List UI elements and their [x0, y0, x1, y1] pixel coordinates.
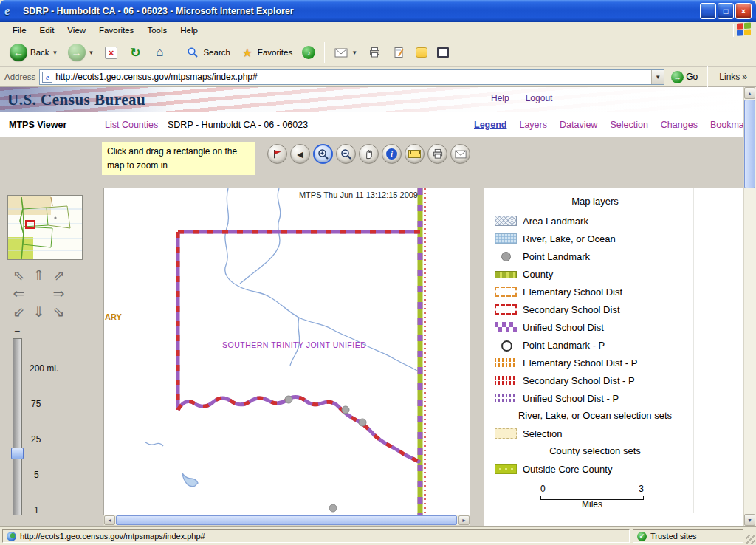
discuss-button[interactable] [433, 45, 453, 60]
menu-edit[interactable]: Edit [33, 24, 61, 37]
security-zone-panel: ✓ Trusted sites [633, 529, 743, 543]
minimize-button[interactable]: _ [700, 3, 716, 19]
pan-northwest-button[interactable]: ⇖ [13, 267, 25, 284]
media-button[interactable]: ♪ [298, 44, 319, 61]
logout-link[interactable]: Logout [526, 93, 553, 103]
forward-dropdown-icon: ▼ [89, 49, 94, 56]
scroll-up-button[interactable]: ▲ [744, 87, 755, 99]
print-button[interactable] [363, 43, 385, 62]
menu-help[interactable]: Help [173, 24, 205, 37]
page-vertical-scrollbar[interactable]: ▲ ▼ [743, 87, 756, 526]
scale-label-200: 200 mi. [30, 363, 58, 374]
zoom-slider-track[interactable] [13, 338, 22, 515]
zoom-out-minus-label: − [14, 325, 20, 337]
window-title: SDRP - Humboldt CA - 06 - 06023 - Micros… [23, 6, 700, 16]
email-map-button[interactable] [450, 144, 470, 164]
forward-button[interactable]: → ▼ [64, 41, 98, 64]
restore-button[interactable]: □ [718, 3, 734, 19]
tab-changes[interactable]: Changes [661, 120, 698, 130]
legend-item-unified: Unified School Dist [484, 318, 743, 336]
help-link[interactable]: Help [491, 93, 509, 103]
measure-button[interactable] [405, 144, 425, 164]
outside-core-county-swatch [495, 464, 517, 474]
back-button[interactable]: ← Back ▼ [6, 41, 62, 64]
pan-south-button[interactable]: ⇓ [33, 304, 45, 321]
pan-southwest-button[interactable]: ⇙ [13, 304, 25, 321]
back-arrow-icon: ← [10, 44, 27, 61]
scroll-left-button[interactable]: ◄ [104, 515, 115, 525]
edit-button[interactable] [388, 43, 410, 62]
scalebar-unit: Miles [540, 500, 644, 507]
county-boundary-lines [420, 188, 425, 515]
select-tool-button[interactable] [267, 144, 287, 164]
list-counties-link[interactable]: List Counties [105, 120, 158, 130]
favorites-button[interactable]: ★ Favorites [236, 43, 296, 62]
address-label: Address [4, 72, 35, 81]
district-label: SOUTHERN TRINITY JOINT UNIFIED [222, 340, 366, 349]
home-button[interactable]: ⌂ [148, 43, 171, 62]
previous-extent-button[interactable]: ◄ [290, 144, 310, 164]
address-field[interactable]: e ▼ [39, 69, 664, 85]
security-zone-label: Trusted sites [650, 532, 697, 541]
county-swatch [495, 271, 517, 278]
go-button[interactable]: → Go [668, 69, 701, 85]
menu-favorites[interactable]: Favorites [92, 24, 140, 37]
pan-east-button[interactable]: ⇒ [53, 285, 65, 302]
vertical-scroll-thumb[interactable] [744, 100, 755, 188]
census-header: U.S. Census Bureau Help Logout [0, 87, 743, 112]
overview-map[interactable] [7, 195, 83, 260]
pan-southeast-button[interactable]: ⇘ [53, 304, 65, 321]
unified-dist-swatch [495, 322, 517, 332]
info-button[interactable]: i [382, 144, 402, 164]
messenger-button[interactable] [412, 45, 431, 60]
mail-button[interactable]: ▼ [330, 43, 361, 62]
tab-selection[interactable]: Selection [610, 120, 647, 130]
map-toolbar: ◄ i [267, 144, 470, 164]
tab-dataview[interactable]: Dataview [560, 120, 597, 130]
map-print-button[interactable] [427, 144, 447, 164]
menu-file[interactable]: File [6, 24, 33, 37]
stop-button[interactable]: × [100, 43, 122, 62]
close-button[interactable]: × [735, 3, 752, 19]
legend-item-unified-p: Unified School Dist - P [484, 389, 743, 407]
zoom-slider-thumb[interactable] [11, 448, 24, 459]
legend-item-secondary: Secondary School Dist [484, 301, 743, 318]
address-input[interactable] [55, 71, 651, 83]
media-icon: ♪ [302, 46, 315, 59]
elementary-dist-swatch [495, 287, 517, 297]
favorites-label: Favorites [258, 48, 292, 57]
legend-item-elementary-p: Elementary School Dist - P [484, 354, 743, 371]
menu-view[interactable]: View [61, 24, 92, 37]
pan-north-button[interactable]: ⇑ [33, 267, 45, 284]
browser-toolbar: ← Back ▼ → ▼ × ↻ ⌂ Search ★ Favorites ♪ [0, 38, 756, 67]
tab-layers[interactable]: Layers [519, 120, 547, 130]
resize-grip[interactable] [746, 535, 755, 544]
menu-tools[interactable]: Tools [140, 24, 173, 37]
selection-swatch [495, 428, 517, 439]
pan-northeast-button[interactable]: ⇗ [53, 267, 65, 284]
search-button[interactable]: Search [182, 43, 233, 62]
address-dropdown-button[interactable]: ▼ [651, 70, 664, 84]
messenger-icon [416, 47, 427, 58]
map-horizontal-scrollbar[interactable]: ◄ ► [103, 515, 470, 526]
refresh-button[interactable]: ↻ [124, 43, 146, 62]
go-icon: → [671, 71, 684, 83]
scroll-down-button[interactable]: ▼ [744, 514, 755, 526]
legend-item-county: County [484, 265, 743, 283]
search-icon [185, 45, 200, 60]
tab-legend[interactable]: Legend [474, 120, 506, 130]
tab-bookmarks[interactable]: Bookmarks [710, 120, 743, 130]
zoom-out-button[interactable] [336, 144, 356, 164]
links-button[interactable]: Links » [715, 72, 752, 82]
zoom-in-button[interactable] [313, 144, 333, 164]
horizontal-scroll-thumb[interactable] [116, 515, 457, 525]
scale-label-5: 5 [34, 470, 39, 480]
go-label: Go [686, 72, 698, 82]
scroll-right-button[interactable]: ► [458, 515, 470, 525]
map-timestamp: MTPS Thu Jun 11 13:12:15 2009 [299, 191, 418, 199]
pan-west-button[interactable]: ⇐ [13, 285, 25, 302]
menu-separator [733, 24, 734, 37]
point-landmark-dots [285, 396, 366, 512]
pan-button[interactable] [359, 144, 379, 164]
map-canvas[interactable]: MTPS Thu Jun 11 13:12:15 2009 SOUTHERN T… [103, 188, 470, 515]
